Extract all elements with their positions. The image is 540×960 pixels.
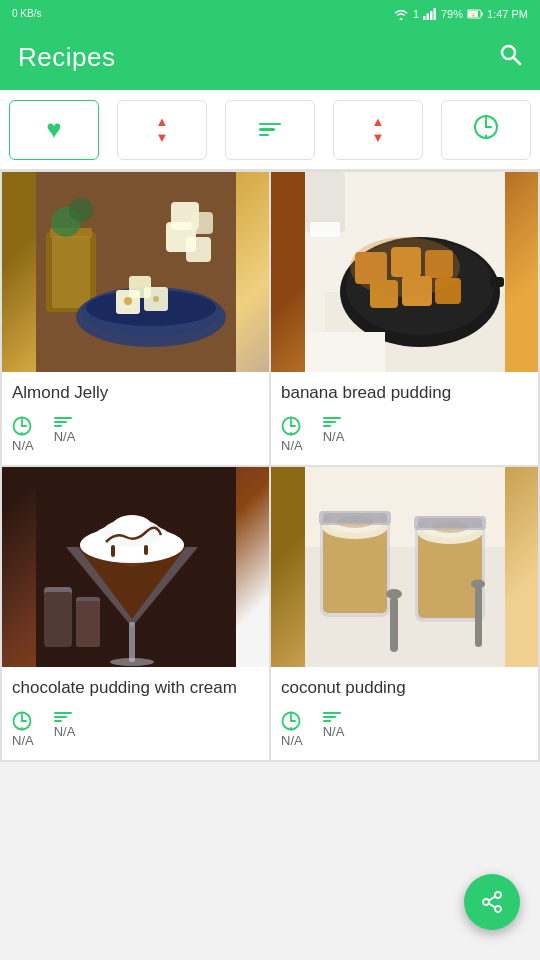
recipe-card-almond-jelly[interactable]: Almond Jelly N/A N/A <box>2 172 269 465</box>
filter-recent-button[interactable] <box>441 100 531 160</box>
recipe-name-banana-bread: banana bread pudding <box>281 382 528 404</box>
filter-lines-button[interactable] <box>225 100 315 160</box>
time-value-almond-jelly: N/A <box>12 438 34 453</box>
recipe-image-coconut-pudding <box>271 467 538 667</box>
share-fab-button[interactable] <box>464 874 520 930</box>
svg-rect-94 <box>418 518 482 528</box>
current-time: 1:47 PM <box>487 8 528 20</box>
battery-level: 79% <box>441 8 463 20</box>
recipe-info-almond-jelly: Almond Jelly N/A N/A <box>2 372 269 465</box>
status-bar: 0 KB/s 1 79% ⚡ 1:47 PM <box>0 0 540 28</box>
meta-servings-almond-jelly: N/A <box>54 416 76 453</box>
recipe-image-almond-jelly <box>2 172 269 372</box>
recipe-card-coconut-pudding[interactable]: coconut pudding N/A N/A <box>271 467 538 760</box>
signal-icon <box>423 8 437 20</box>
svg-rect-50 <box>305 332 385 372</box>
recipe-grid: Almond Jelly N/A N/A <box>0 170 540 762</box>
recipe-meta-chocolate-pudding: N/A N/A <box>12 711 259 748</box>
clock-icon <box>281 416 301 436</box>
svg-rect-72 <box>111 545 115 557</box>
svg-rect-5 <box>482 13 484 16</box>
meta-time-almond-jelly: N/A <box>12 416 34 453</box>
svg-rect-52 <box>310 222 340 237</box>
time-value-coconut-pudding: N/A <box>281 733 303 748</box>
meta-time-chocolate-pudding: N/A <box>12 711 34 748</box>
svg-point-96 <box>386 589 402 599</box>
clock-icon <box>12 711 32 731</box>
svg-point-25 <box>124 297 132 305</box>
servings-icon-banana-bread <box>323 417 341 427</box>
recipe-card-banana-bread[interactable]: banana bread pudding N/A <box>271 172 538 465</box>
meta-servings-banana-bread: N/A <box>323 416 345 453</box>
recipe-meta-banana-bread: N/A N/A <box>281 416 528 453</box>
svg-point-64 <box>110 658 154 666</box>
app-title: Recipes <box>18 42 115 73</box>
battery-icon: ⚡ <box>467 9 483 19</box>
servings-icon-coconut-pudding <box>323 712 341 722</box>
svg-point-32 <box>69 198 93 222</box>
time-value-chocolate-pudding: N/A <box>12 733 34 748</box>
svg-rect-49 <box>490 277 504 287</box>
filter-sort2-button[interactable]: ▲ ▼ <box>333 100 423 160</box>
sort-arrows-icon: ▲ ▼ <box>156 114 169 145</box>
clock-icon <box>12 416 32 436</box>
data-speed: 0 KB/s <box>12 8 41 20</box>
meta-servings-coconut-pudding: N/A <box>323 711 345 748</box>
recipe-info-chocolate-pudding: chocolate pudding with cream N/A <box>2 667 269 760</box>
svg-rect-63 <box>129 622 135 662</box>
wifi-icon <box>393 8 409 20</box>
recipe-name-coconut-pudding: coconut pudding <box>281 677 528 699</box>
svg-rect-18 <box>52 236 90 308</box>
svg-point-106 <box>495 906 501 912</box>
svg-line-108 <box>489 903 496 907</box>
heart-icon: ♥ <box>46 114 61 145</box>
time-value-banana-bread: N/A <box>281 438 303 453</box>
filter-sort-button[interactable]: ▲ ▼ <box>117 100 207 160</box>
svg-rect-87 <box>323 513 387 523</box>
svg-rect-3 <box>434 8 437 20</box>
servings-value-banana-bread: N/A <box>323 429 345 444</box>
svg-rect-2 <box>430 11 433 20</box>
svg-line-107 <box>489 896 496 900</box>
svg-line-9 <box>514 58 521 65</box>
svg-text:⚡: ⚡ <box>470 12 477 19</box>
svg-rect-30 <box>191 212 213 234</box>
meta-time-banana-bread: N/A <box>281 416 303 453</box>
clock-svg <box>473 114 499 140</box>
svg-point-105 <box>483 899 489 905</box>
search-icon[interactable] <box>498 42 522 72</box>
clock-filter-icon <box>473 114 499 146</box>
svg-rect-28 <box>186 237 211 262</box>
recipe-image-chocolate-pudding <box>2 467 269 667</box>
svg-point-26 <box>153 296 159 302</box>
recipe-meta-almond-jelly: N/A N/A <box>12 416 259 453</box>
svg-rect-97 <box>475 587 482 647</box>
svg-rect-24 <box>129 276 151 298</box>
svg-point-104 <box>495 892 501 898</box>
recipe-meta-coconut-pudding: N/A N/A <box>281 711 528 748</box>
filter-favorites-button[interactable]: ♥ <box>9 100 99 160</box>
servings-value-chocolate-pudding: N/A <box>54 724 76 739</box>
meta-time-coconut-pudding: N/A <box>281 711 303 748</box>
recipe-info-coconut-pudding: coconut pudding N/A N/A <box>271 667 538 760</box>
svg-rect-62 <box>76 601 100 647</box>
recipe-info-banana-bread: banana bread pudding N/A <box>271 372 538 465</box>
filter-lines-icon <box>259 123 281 137</box>
recipe-card-chocolate-pudding[interactable]: chocolate pudding with cream N/A <box>2 467 269 760</box>
status-indicators: 1 79% ⚡ 1:47 PM <box>393 8 528 20</box>
svg-rect-73 <box>144 545 148 555</box>
svg-point-98 <box>471 580 485 589</box>
svg-rect-60 <box>44 592 72 647</box>
servings-icon-chocolate-pudding <box>54 712 72 722</box>
servings-icon-almond-jelly <box>54 417 72 427</box>
sort-arrows2-icon: ▲ ▼ <box>372 114 385 145</box>
share-icon <box>480 890 504 914</box>
sim-icon: 1 <box>413 8 419 20</box>
servings-value-coconut-pudding: N/A <box>323 724 345 739</box>
recipe-name-chocolate-pudding: chocolate pudding with cream <box>12 677 259 699</box>
meta-servings-chocolate-pudding: N/A <box>54 711 76 748</box>
recipe-name-almond-jelly: Almond Jelly <box>12 382 259 404</box>
svg-rect-1 <box>427 14 430 21</box>
filter-bar: ♥ ▲ ▼ ▲ ▼ <box>0 90 540 170</box>
svg-rect-0 <box>423 16 426 20</box>
